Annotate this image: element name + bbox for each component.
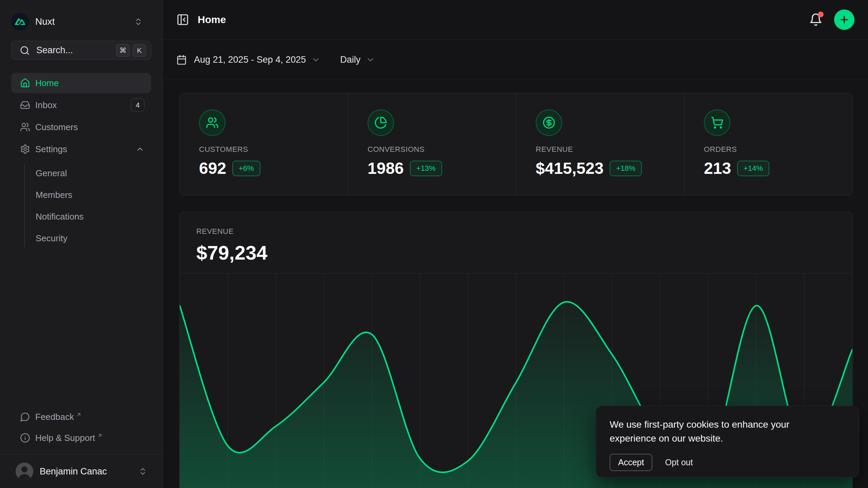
search-input[interactable]: Search... ⌘ K (11, 41, 151, 60)
settings-sub-list: General Members Notifications Security (11, 161, 151, 250)
footer-link-label: Feedback (35, 412, 74, 422)
stat-orders[interactable]: ORDERS 213 +14% (684, 93, 852, 195)
chevron-down-icon (311, 55, 320, 64)
stat-delta-badge: +18% (610, 161, 642, 176)
inbox-icon (20, 100, 30, 110)
search-icon (20, 45, 30, 56)
stat-label: CUSTOMERS (199, 145, 334, 154)
chevrons-up-down-icon (138, 467, 147, 476)
sidebar-item-home[interactable]: Home (11, 73, 151, 93)
sidebar-subitem-notifications[interactable]: Notifications (11, 206, 151, 227)
stat-customers[interactable]: CUSTOMERS 692 +6% (180, 93, 348, 195)
stat-value: $415,523 (536, 159, 604, 178)
stat-delta-badge: +6% (232, 161, 260, 176)
accept-button[interactable]: Accept (610, 454, 652, 471)
users-icon (20, 122, 30, 132)
cookie-message: We use first-party cookies to enhance yo… (610, 418, 823, 445)
sidebar-item-label: Settings (35, 144, 67, 155)
feedback-link[interactable]: Feedback (11, 406, 151, 427)
page-header: Home (163, 0, 868, 40)
subitem-label: General (36, 168, 67, 179)
sidebar-subitem-security[interactable]: Security (11, 227, 151, 249)
external-link-icon (76, 412, 82, 418)
add-button[interactable] (834, 9, 854, 30)
gear-icon (20, 144, 30, 154)
sidebar: Nuxt Search... ⌘ K Home Inbox 4 Customer… (0, 0, 163, 488)
cookie-banner: We use first-party cookies to enhance yo… (596, 406, 859, 477)
sidebar-item-settings[interactable]: Settings (11, 139, 151, 159)
stat-label: REVENUE (536, 145, 671, 154)
calendar-icon (176, 55, 187, 65)
filters-toolbar: Aug 21, 2025 - Sep 4, 2025 Daily (163, 40, 868, 80)
users-icon (199, 109, 225, 136)
stats-row: CUSTOMERS 692 +6% CONVERSIONS 1986 +13% (179, 93, 853, 196)
indent-guide (24, 164, 25, 247)
subitem-label: Notifications (36, 211, 84, 222)
stat-label: CONVERSIONS (368, 145, 502, 154)
stat-value: 692 (199, 159, 226, 178)
collapse-sidebar-icon[interactable] (176, 13, 189, 26)
sidebar-item-label: Customers (35, 122, 78, 133)
inbox-count-badge: 4 (131, 98, 144, 112)
search-shortcut: ⌘ K (116, 44, 146, 57)
notification-dot (818, 12, 824, 17)
sidebar-user-section: Benjamin Canac (0, 454, 162, 488)
stat-value: 213 (704, 159, 731, 178)
sidebar-subitem-general[interactable]: General (11, 162, 151, 184)
chevrons-up-down-icon (134, 17, 143, 26)
sidebar-footer-links: Feedback Help & Support (11, 406, 151, 448)
pie-chart-icon (368, 109, 394, 136)
notifications-button[interactable] (809, 13, 823, 26)
user-menu-button[interactable]: Benjamin Canac (7, 461, 156, 482)
house-icon (20, 78, 30, 88)
workspace-switcher[interactable]: Nuxt (11, 12, 151, 31)
subitem-label: Security (36, 233, 67, 244)
shopping-cart-icon (704, 109, 730, 136)
stat-revenue[interactable]: REVENUE $415,523 +18% (516, 93, 684, 195)
subitem-label: Members (36, 190, 72, 200)
stat-conversions[interactable]: CONVERSIONS 1986 +13% (348, 93, 516, 195)
external-link-icon (97, 433, 103, 439)
sidebar-item-label: Inbox (35, 100, 57, 110)
date-range-label: Aug 21, 2025 - Sep 4, 2025 (194, 55, 306, 65)
kbd-meta: ⌘ (116, 44, 130, 57)
chevron-up-icon[interactable] (136, 145, 144, 154)
help-support-link[interactable]: Help & Support (11, 427, 151, 448)
stat-label: ORDERS (704, 145, 839, 154)
chevron-down-icon (366, 55, 375, 64)
message-circle-icon (20, 412, 30, 422)
stat-value: 1986 (368, 159, 404, 178)
kbd-k: K (133, 44, 146, 57)
sidebar-item-label: Home (35, 78, 59, 88)
stat-delta-badge: +14% (737, 161, 769, 176)
footer-link-label: Help & Support (35, 433, 95, 443)
user-name: Benjamin Canac (40, 466, 107, 477)
plus-icon (839, 14, 850, 25)
nuxt-logo-icon (11, 13, 29, 30)
search-placeholder: Search... (36, 45, 73, 56)
page-title: Home (198, 14, 226, 25)
sidebar-item-inbox[interactable]: Inbox 4 (11, 95, 151, 115)
granularity-select[interactable]: Daily (340, 55, 375, 65)
info-circle-icon (20, 433, 30, 443)
sidebar-item-customers[interactable]: Customers (11, 117, 151, 137)
user-avatar (16, 463, 33, 480)
sidebar-nav: Home Inbox 4 Customers Settings General … (11, 73, 151, 250)
workspace-name: Nuxt (35, 16, 55, 27)
date-range-picker[interactable]: Aug 21, 2025 - Sep 4, 2025 (176, 55, 320, 65)
sidebar-subitem-members[interactable]: Members (11, 184, 151, 206)
stat-delta-badge: +13% (410, 161, 442, 176)
opt-out-button[interactable]: Opt out (665, 458, 693, 467)
granularity-label: Daily (340, 55, 360, 65)
circle-dollar-icon (536, 109, 562, 136)
revenue-chart-value: $79,234 (196, 241, 836, 264)
revenue-chart-label: REVENUE (196, 227, 836, 236)
